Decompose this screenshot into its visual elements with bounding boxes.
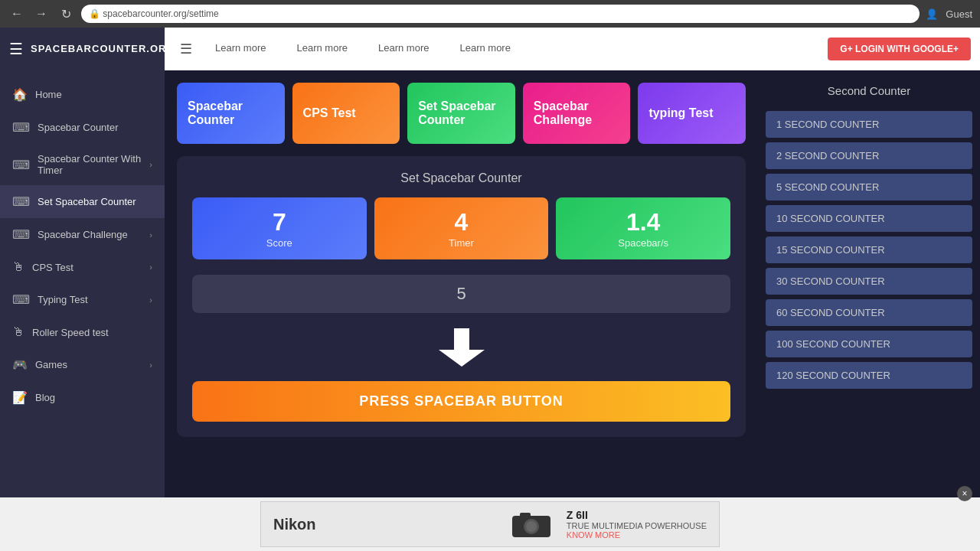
- svg-rect-0: [454, 328, 469, 350]
- spacebar-timer-icon: ⌨: [12, 158, 30, 172]
- sidebar-typing-label: Typing Test: [38, 294, 88, 305]
- feature-card-cps[interactable]: CPS Test: [292, 83, 400, 144]
- sidebar-item-cps[interactable]: 🖱 CPS Test ›: [0, 251, 165, 283]
- press-spacebar-button[interactable]: PRESS SPACEBAR BUTTON: [192, 381, 730, 422]
- logo-icon: ☰: [9, 40, 23, 58]
- svg-marker-1: [439, 350, 485, 367]
- ad-camera-placeholder: [508, 508, 554, 541]
- counter-title: Set Spacebar Counter: [192, 171, 730, 185]
- counter-link-2[interactable]: 2 SECOND COUNTER: [766, 142, 972, 169]
- games-icon: 🎮: [12, 357, 28, 372]
- arrow-down-icon: [439, 328, 485, 367]
- top-nav: ☰ SPACEBARCOUNTER.ORG ☰ Learn more Learn…: [0, 28, 980, 70]
- ad-text-area: Z 6II TRUE MULTIMEDIA POWERHOUSE KNOW MO…: [567, 509, 707, 540]
- cps-icon: 🖱: [12, 260, 24, 274]
- browser-bar: ← → ↻ 🔒 spacebarcounter.org/settime 👤 Gu…: [0, 0, 980, 28]
- counter-link-60s[interactable]: 60 SECOND COUNTER: [766, 299, 972, 326]
- right-sidebar: Second Counter 1 SECOND COUNTER 2 SECOND…: [758, 70, 980, 551]
- feature-card-set-spacebar[interactable]: Set Spacebar Counter: [407, 83, 515, 144]
- sidebar-cps-label: CPS Test: [32, 262, 74, 273]
- sidebar-blog-label: Blog: [35, 392, 55, 403]
- ad-tagline: TRUE MULTIMEDIA POWERHOUSE: [567, 521, 707, 530]
- sidebar-item-challenge[interactable]: ⌨ Spacebar Challenge ›: [0, 218, 165, 251]
- nav-link-4[interactable]: Learn more: [444, 28, 525, 70]
- back-button[interactable]: ←: [8, 5, 26, 23]
- chevron-right-icon-4: ›: [149, 295, 152, 305]
- browser-right: 👤 Guest: [926, 8, 972, 20]
- chevron-right-icon-3: ›: [149, 262, 152, 272]
- sidebar: 🏠 Home ⌨ Spacebar Counter ⌨ Spacebar Cou…: [0, 70, 165, 551]
- top-nav-links: ☰ Learn more Learn more Learn more Learn…: [165, 28, 828, 70]
- sidebar-item-spacebar-timer[interactable]: ⌨ Spacebar Counter With Timer ›: [0, 144, 165, 185]
- timer-label: Timer: [449, 237, 474, 249]
- challenge-icon: ⌨: [12, 227, 30, 242]
- counter-link-100s[interactable]: 100 SECOND COUNTER: [766, 331, 972, 357]
- counter-link-10s[interactable]: 10 SECOND COUNTER: [766, 205, 972, 232]
- nav-link-1[interactable]: Learn more: [200, 28, 281, 70]
- sidebar-item-roller[interactable]: 🖱 Roller Speed test: [0, 316, 165, 348]
- chevron-right-icon-5: ›: [149, 360, 152, 370]
- sidebar-item-set-spacebar[interactable]: ⌨ Set Spacebar Counter: [0, 185, 165, 218]
- spacebar-counter-icon: ⌨: [12, 120, 30, 135]
- sidebar-games-label: Games: [35, 359, 67, 370]
- sidebar-home-label: Home: [35, 89, 62, 100]
- hamburger-menu[interactable]: ☰: [172, 28, 200, 70]
- feature-card-typing[interactable]: typing Test: [638, 83, 746, 144]
- content-area: Spacebar Counter CPS Test Set Spacebar C…: [165, 70, 758, 551]
- spacebar-card: 1.4 Spacebar/s: [556, 197, 730, 259]
- sidebar-item-blog[interactable]: 📝 Blog: [0, 381, 165, 414]
- camera-icon: [508, 508, 554, 539]
- score-label: Score: [266, 237, 292, 249]
- feature-card-spacebar[interactable]: Spacebar Counter: [177, 83, 285, 144]
- ad-content: Z 6II TRUE MULTIMEDIA POWERHOUSE KNOW MO…: [508, 508, 707, 541]
- spacebar-value: 1.4: [567, 208, 720, 236]
- ad-inner: Nikon Z 6II TRUE MULTIMEDIA POWERHOUSE K…: [260, 501, 720, 547]
- ad-bar: Nikon Z 6II TRUE MULTIMEDIA POWERHOUSE K…: [0, 497, 980, 551]
- score-card: 7 Score: [192, 197, 367, 259]
- logo-text: SPACEBARCOUNTER.ORG: [31, 43, 175, 54]
- counter-section: Set Spacebar Counter 7 Score 4 Timer 1.4…: [177, 156, 746, 437]
- ad-cta: KNOW MORE: [567, 530, 707, 540]
- timer-display: 5: [192, 275, 730, 313]
- timer-card: 4 Timer: [374, 197, 549, 259]
- forward-button[interactable]: →: [32, 5, 51, 23]
- nav-link-2[interactable]: Learn more: [281, 28, 362, 70]
- ad-logo: Nikon: [273, 516, 316, 533]
- sidebar-item-games[interactable]: 🎮 Games ›: [0, 348, 165, 381]
- score-value: 7: [203, 208, 356, 236]
- counter-link-120s[interactable]: 120 SECOND COUNTER: [766, 362, 972, 389]
- feature-cards: Spacebar Counter CPS Test Set Spacebar C…: [177, 83, 746, 144]
- login-button[interactable]: G+ LOGIN WITH GOOGLE+: [828, 37, 971, 60]
- ad-close-button[interactable]: ×: [957, 486, 972, 501]
- feature-card-challenge[interactable]: Spacebar Challenge: [523, 83, 631, 144]
- timer-value: 4: [385, 208, 538, 236]
- ad-model: Z 6II: [567, 509, 707, 521]
- sidebar-challenge-label: Spacebar Challenge: [38, 229, 128, 240]
- sidebar-set-spacebar-label: Set Spacebar Counter: [38, 196, 136, 207]
- stats-row: 7 Score 4 Timer 1.4 Spacebar/s: [192, 197, 730, 259]
- set-spacebar-icon: ⌨: [12, 194, 30, 209]
- chevron-right-icon-2: ›: [149, 230, 152, 240]
- svg-point-4: [526, 521, 537, 532]
- counter-link-15s[interactable]: 15 SECOND COUNTER: [766, 236, 972, 263]
- main-layout: 🏠 Home ⌨ Spacebar Counter ⌨ Spacebar Cou…: [0, 70, 980, 551]
- counter-link-5s[interactable]: 5 SECOND COUNTER: [766, 174, 972, 201]
- arrow-container: [192, 328, 730, 369]
- sidebar-item-spacebar-counter[interactable]: ⌨ Spacebar Counter: [0, 111, 165, 144]
- user-icon: 👤: [926, 8, 938, 20]
- sidebar-roller-label: Roller Speed test: [32, 327, 109, 338]
- address-bar[interactable]: 🔒 spacebarcounter.org/settime: [81, 5, 920, 23]
- chevron-right-icon: ›: [149, 160, 152, 169]
- spacebar-label: Spacebar/s: [618, 237, 668, 249]
- guest-label: Guest: [946, 8, 972, 20]
- reload-button[interactable]: ↻: [57, 5, 75, 23]
- counter-link-1[interactable]: 1 SECOND COUNTER: [766, 111, 972, 138]
- nav-link-3[interactable]: Learn more: [363, 28, 444, 70]
- svg-rect-5: [520, 513, 531, 517]
- logo-area: ☰ SPACEBARCOUNTER.ORG: [0, 28, 165, 70]
- counter-link-30s[interactable]: 30 SECOND COUNTER: [766, 268, 972, 295]
- roller-icon: 🖱: [12, 325, 24, 339]
- home-icon: 🏠: [12, 87, 28, 102]
- sidebar-item-home[interactable]: 🏠 Home: [0, 78, 165, 111]
- sidebar-item-typing[interactable]: ⌨ Typing Test ›: [0, 283, 165, 316]
